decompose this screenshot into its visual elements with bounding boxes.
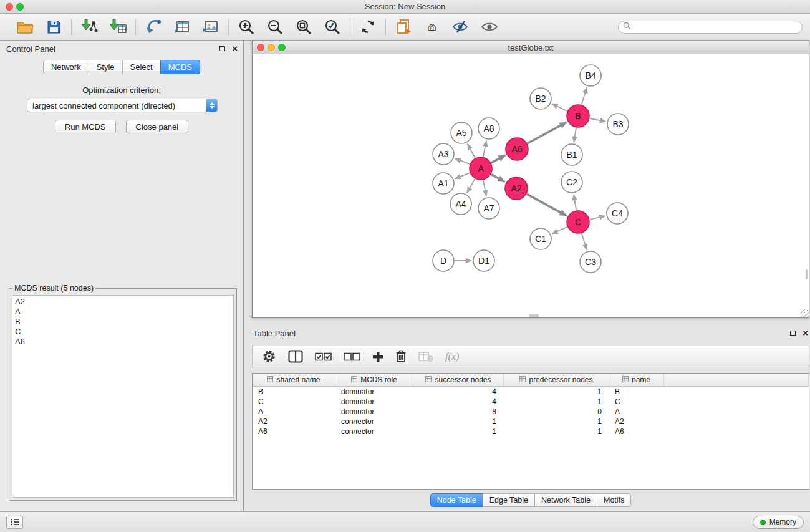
- optimization-criterion-dropdown[interactable]: largest connected component (directed): [27, 99, 218, 112]
- table-cell[interactable]: A2: [253, 417, 335, 426]
- graph-node-C4[interactable]: C4: [607, 203, 628, 224]
- graph-edge-C-C1[interactable]: [552, 227, 567, 234]
- memory-button[interactable]: Memory: [753, 516, 804, 529]
- graph-edge-A-A4[interactable]: [467, 179, 475, 193]
- refresh-icon[interactable]: [359, 17, 377, 36]
- graph-edge-B-B3[interactable]: [590, 118, 606, 122]
- graph-edge-C-C3[interactable]: [582, 233, 587, 250]
- column-header-predecessor-nodes[interactable]: predecessor nodes: [504, 374, 609, 386]
- zoom-in-icon[interactable]: [237, 17, 256, 36]
- close-panel-button[interactable]: Close panel: [126, 120, 189, 133]
- search-input[interactable]: [634, 22, 798, 31]
- select-all-icon[interactable]: [315, 352, 332, 361]
- vertical-scrollbar[interactable]: [806, 269, 808, 279]
- run-mcds-button[interactable]: Run MCDS: [55, 120, 116, 133]
- close-window-button[interactable]: [6, 3, 13, 11]
- float-panel-icon[interactable]: [219, 46, 225, 51]
- delete-column-trash-icon[interactable]: [395, 350, 407, 363]
- table-cell[interactable]: connector: [335, 427, 413, 436]
- table-cell[interactable]: 4: [413, 397, 504, 406]
- column-header-mcds-role[interactable]: MCDS role: [335, 374, 413, 386]
- graph-node-B1[interactable]: B1: [561, 144, 582, 165]
- graph-edge-A-A3[interactable]: [455, 158, 470, 164]
- graph-node-A7[interactable]: A7: [478, 198, 499, 219]
- table-tab-motifs[interactable]: Motifs: [597, 493, 631, 507]
- table-cell[interactable]: 4: [413, 387, 504, 396]
- resize-grip-icon[interactable]: [801, 309, 809, 317]
- table-cell[interactable]: A6: [253, 427, 335, 436]
- table-row[interactable]: Bdominator41B: [253, 387, 809, 397]
- graph-node-A3[interactable]: A3: [433, 143, 454, 165]
- graph-node-B[interactable]: B: [567, 105, 589, 127]
- graph-node-A[interactable]: A: [470, 157, 492, 180]
- column-header-name[interactable]: name: [609, 374, 664, 386]
- table-cell[interactable]: C: [609, 397, 664, 406]
- mcds-result-list[interactable]: A2ABCA6: [12, 295, 234, 498]
- graph-node-B3[interactable]: B3: [607, 114, 629, 135]
- new-table-icon[interactable]: [173, 17, 191, 36]
- graph-node-A5[interactable]: A5: [451, 122, 472, 143]
- graph-node-B2[interactable]: B2: [530, 88, 551, 109]
- graph-edge-B-B4[interactable]: [582, 87, 587, 105]
- close-panel-icon[interactable]: ×: [232, 46, 238, 52]
- graph-node-A6[interactable]: A6: [506, 138, 528, 160]
- annotation-eye-icon[interactable]: [451, 17, 470, 36]
- mcds-result-item[interactable]: C: [15, 327, 231, 337]
- show-details-eye-icon[interactable]: [480, 17, 499, 36]
- table-cell[interactable]: C: [253, 397, 335, 406]
- zoom-out-icon[interactable]: [266, 17, 284, 36]
- table-row[interactable]: A6connector11A6: [253, 427, 809, 437]
- control-tab-network[interactable]: Network: [43, 60, 89, 74]
- graph-edge-A-A5[interactable]: [468, 144, 475, 158]
- table-cell[interactable]: connector: [335, 417, 413, 426]
- graph-edge-A6-B[interactable]: [528, 122, 567, 143]
- graph-node-A8[interactable]: A8: [478, 118, 499, 139]
- table-tab-network-table[interactable]: Network Table: [534, 493, 597, 507]
- table-row[interactable]: A2connector11A2: [253, 417, 809, 427]
- graph-node-C3[interactable]: C3: [580, 251, 601, 273]
- table-cell[interactable]: 1: [504, 397, 609, 406]
- table-cell[interactable]: 1: [504, 417, 609, 426]
- zoom-window-button[interactable]: [16, 3, 24, 11]
- copy-views-icon[interactable]: [394, 17, 413, 36]
- add-column-icon[interactable]: [372, 351, 383, 362]
- graph-node-A2[interactable]: A2: [505, 177, 528, 200]
- mcds-result-item[interactable]: B: [15, 317, 231, 327]
- graph-edge-B-B1[interactable]: [574, 128, 576, 143]
- graph-edge-A-A7[interactable]: [483, 180, 486, 196]
- graph-edge-C-C2[interactable]: [574, 195, 576, 210]
- graph-edge-A-A8[interactable]: [483, 141, 486, 157]
- zoom-selected-icon[interactable]: [323, 17, 342, 36]
- table-cell[interactable]: 1: [504, 427, 609, 436]
- show-columns-icon[interactable]: [288, 350, 303, 363]
- table-cell[interactable]: 1: [504, 387, 609, 396]
- control-tab-style[interactable]: Style: [89, 60, 123, 74]
- graph-node-D1[interactable]: D1: [473, 250, 494, 271]
- table-row[interactable]: Adominator80A: [253, 407, 809, 417]
- graph-node-C1[interactable]: C1: [530, 228, 551, 249]
- table-cell[interactable]: dominator: [335, 407, 413, 416]
- table-cell[interactable]: 1: [413, 417, 504, 426]
- network-window-titlebar[interactable]: testGlobe.txt: [253, 41, 809, 54]
- unselect-all-icon[interactable]: [344, 352, 360, 361]
- table-cell[interactable]: A2: [609, 417, 664, 426]
- table-tab-node-table[interactable]: Node Table: [430, 493, 483, 507]
- graph-node-A4[interactable]: A4: [450, 193, 471, 215]
- import-table-file-icon[interactable]: [108, 17, 127, 36]
- table-cell[interactable]: 0: [504, 407, 609, 416]
- table-cell[interactable]: B: [609, 387, 664, 396]
- import-network-file-icon[interactable]: [80, 17, 99, 36]
- graph-edge-A-A2[interactable]: [491, 174, 505, 181]
- graph-node-D[interactable]: D: [433, 250, 454, 271]
- table-cell[interactable]: 8: [413, 407, 504, 416]
- network-close-button[interactable]: [257, 44, 264, 51]
- table-tab-edge-table[interactable]: Edge Table: [483, 493, 535, 507]
- network-minimize-button[interactable]: [268, 44, 275, 51]
- save-session-icon[interactable]: [44, 17, 63, 36]
- new-network-icon[interactable]: [144, 17, 163, 36]
- horizontal-scrollbar[interactable]: [529, 314, 539, 317]
- graph-node-B4[interactable]: B4: [580, 65, 601, 86]
- table-cell[interactable]: A6: [609, 427, 664, 436]
- table-settings-gear-icon[interactable]: [262, 349, 276, 364]
- graph-edge-A2-C[interactable]: [527, 194, 567, 216]
